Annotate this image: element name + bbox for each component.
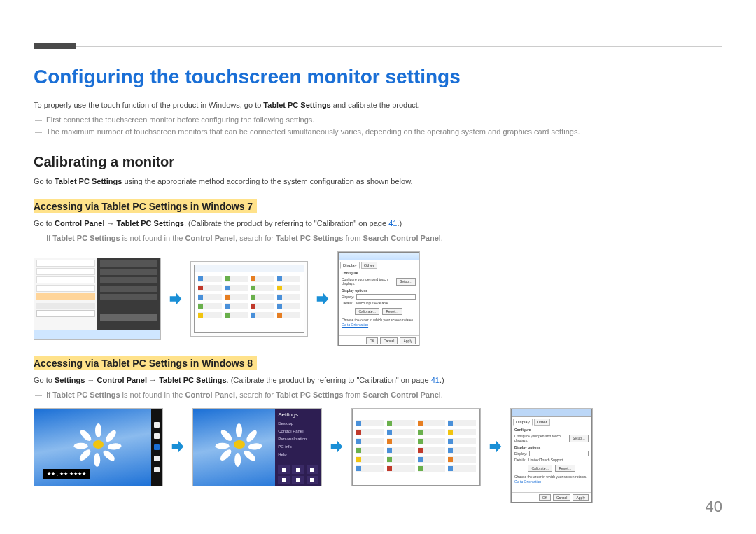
screenshot-win7-tabletpc-dialog: Display Other Configure Configure your p…	[337, 251, 420, 346]
t: If	[46, 234, 52, 242]
page-title: Configuring the touchscreen monitor sett…	[34, 66, 722, 88]
configure-text: Configure your pen and touch displays.	[514, 434, 567, 443]
calibrate-button[interactable]: Calibrate…	[528, 465, 552, 472]
screenshot-win8-settings-panel: Settings Desktop Control Panel Personali…	[192, 408, 322, 486]
intro-text: To properly use the touch function of th…	[34, 99, 722, 111]
settings-item[interactable]: Control Panel	[278, 429, 318, 433]
t: Tablet PC Settings	[52, 234, 120, 242]
arrow-icon	[329, 439, 344, 454]
t: Control Panel	[186, 234, 236, 242]
cancel-button[interactable]: Cancel	[380, 337, 398, 344]
t: . (Calibrate the product by referring to…	[184, 219, 388, 227]
settings-item[interactable]: Help	[278, 452, 318, 456]
t: from	[343, 391, 363, 399]
note-connect-first: First connect the touchscreen monitor be…	[34, 114, 722, 127]
details-label: Details:	[514, 458, 526, 463]
t: Search Control Panel	[363, 391, 441, 399]
calib-intro: Go to Tablet PC Settings using the appro…	[34, 176, 722, 188]
t: is not found in the	[120, 234, 186, 242]
tab-display[interactable]: Display	[513, 419, 533, 426]
display-select[interactable]	[529, 451, 589, 456]
screenshot-win8-controlpanel	[351, 408, 481, 486]
arrow-icon	[170, 439, 186, 454]
t: Tablet PC Settings	[159, 376, 226, 384]
details-value: Touch Input Available	[356, 301, 388, 306]
tab-other[interactable]: Other	[534, 419, 550, 426]
apply-button[interactable]: Apply	[400, 337, 416, 344]
reset-button[interactable]: Reset…	[555, 465, 575, 472]
t: Tablet PC Settings	[117, 219, 184, 227]
t: Settings	[55, 376, 85, 384]
orient-text: Choose the order in which your screen ro…	[514, 475, 589, 479]
setup-button[interactable]: Setup…	[569, 435, 589, 442]
page-ref-link[interactable]: 41	[431, 376, 440, 384]
t: Control Panel	[186, 391, 236, 399]
reset-button[interactable]: Reset…	[382, 308, 402, 316]
display-label: Display:	[514, 451, 527, 456]
t: . (Calibrate the product by referring to…	[227, 376, 431, 384]
details-label: Details:	[342, 301, 354, 306]
header-tab-marker	[34, 43, 76, 49]
intro-prefix: To properly use the touch function of th…	[34, 101, 263, 109]
display-options-label: Display options	[342, 288, 416, 293]
calibrate-button[interactable]: Calibrate…	[355, 308, 379, 316]
display-options-label: Display options	[514, 445, 589, 450]
win7-flow: Display Other Configure Configure your p…	[34, 251, 722, 346]
details-value: Limited Touch Support	[528, 458, 564, 463]
t: .)	[397, 219, 402, 227]
t: Go to	[34, 219, 55, 227]
arrow-icon	[168, 291, 183, 307]
screenshot-win7-startmenu	[34, 258, 161, 340]
intro-bold: Tablet PC Settings	[263, 101, 330, 109]
settings-item[interactable]: Personalization	[278, 437, 318, 441]
datetime-overlay: ★★ , ★★ ★★★★	[43, 469, 90, 479]
configure-label: Configure	[342, 271, 416, 276]
header-rule	[34, 46, 722, 47]
t: Tablet PC Settings	[52, 391, 120, 399]
cancel-button[interactable]: Cancel	[553, 494, 571, 501]
t: Tablet PC Settings	[276, 391, 343, 399]
tab-display[interactable]: Display	[340, 262, 360, 269]
calib-intro-suffix: using the appropriate method according t…	[122, 177, 412, 185]
ok-button[interactable]: OK	[539, 494, 551, 501]
t: Go to	[34, 376, 55, 384]
arrow-icon	[315, 291, 330, 307]
screenshot-win8-charms: ★★ , ★★ ★★★★	[34, 408, 163, 486]
t: If	[46, 391, 52, 399]
t: →	[147, 376, 159, 384]
win8-note: If Tablet PC Settings is not found in th…	[34, 389, 722, 402]
subheading-win8: Accessing via Tablet PC Settings in Wind…	[34, 356, 257, 370]
page-ref-link[interactable]: 41	[388, 219, 397, 227]
setup-button[interactable]: Setup…	[396, 278, 416, 286]
orientation-link[interactable]: Go to Orientation	[514, 479, 589, 484]
settings-item[interactable]: Desktop	[278, 421, 318, 426]
note-max-monitors: The maximum number of touchscreen monito…	[34, 126, 722, 139]
subheading-win7: Accessing via Tablet PC Settings in Wind…	[34, 199, 257, 213]
section-calibrating: Calibrating a monitor	[34, 154, 722, 170]
screenshot-win7-controlpanel	[190, 261, 308, 337]
display-select[interactable]	[356, 294, 416, 300]
win8-flow: ★★ , ★★ ★★★★ Settings Desktop Control Pa…	[34, 408, 722, 503]
win7-note: If Tablet PC Settings is not found in th…	[34, 232, 722, 245]
arrow-icon	[488, 439, 503, 454]
orientation-link[interactable]: Go to Orientation	[342, 323, 416, 328]
screenshot-win8-tabletpc-dialog: Display Other Configure Configure your p…	[510, 408, 593, 503]
win7-instruction: Go to Control Panel → Tablet PC Settings…	[34, 218, 722, 230]
win8-instruction: Go to Settings → Control Panel → Tablet …	[34, 374, 722, 386]
t: Control Panel	[55, 219, 105, 227]
t: .	[441, 391, 443, 399]
t: , search for	[235, 391, 276, 399]
ok-button[interactable]: OK	[366, 337, 378, 344]
apply-button[interactable]: Apply	[573, 494, 589, 501]
settings-item[interactable]: PC info	[278, 444, 318, 449]
configure-label: Configure	[514, 428, 589, 433]
display-label: Display:	[342, 295, 354, 300]
configure-text: Configure your pen and touch displays.	[342, 277, 394, 286]
t: →	[104, 219, 116, 227]
settings-panel-title: Settings	[278, 412, 318, 418]
t: , search for	[235, 234, 276, 242]
orient-text: Choose the order in which your screen ro…	[342, 318, 416, 323]
calib-intro-prefix: Go to	[34, 177, 55, 185]
tab-other[interactable]: Other	[361, 262, 377, 269]
t: Tablet PC Settings	[276, 234, 343, 242]
